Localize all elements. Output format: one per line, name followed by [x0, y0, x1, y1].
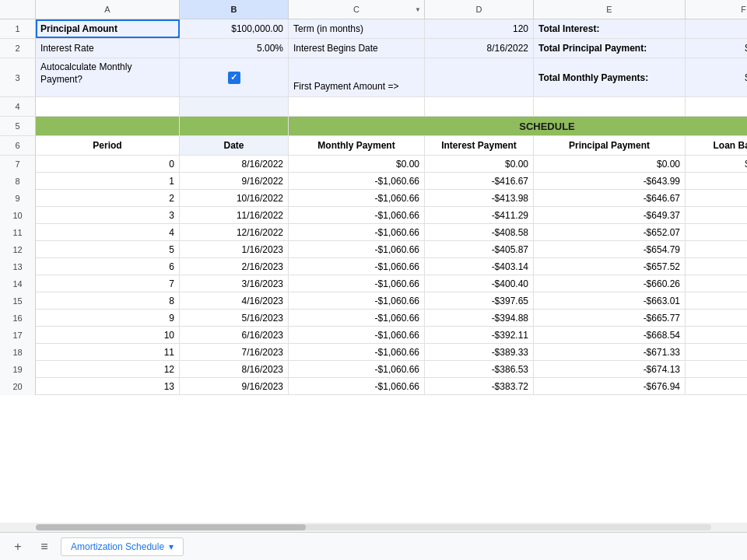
- cell-d-17[interactable]: -$392.11: [425, 327, 534, 343]
- cell-b-15[interactable]: 4/16/2023: [180, 292, 289, 309]
- cell-c-16[interactable]: -$1,060.66: [289, 310, 425, 326]
- cell-e-14[interactable]: -$660.26: [534, 275, 686, 292]
- cell-f-7[interactable]: $100,000.00: [686, 156, 747, 172]
- cell-c-13[interactable]: -$1,060.66: [289, 258, 425, 275]
- cell-f3[interactable]: $127,278.62: [686, 58, 747, 96]
- cell-e-12[interactable]: -$654.79: [534, 241, 686, 257]
- cell-e1[interactable]: Total Interest:: [534, 19, 686, 38]
- cell-c4[interactable]: [289, 97, 425, 116]
- cell-e3[interactable]: Total Monthly Payments:: [534, 58, 686, 96]
- cell-d6[interactable]: Interest Payment: [425, 136, 534, 155]
- cell-f-8[interactable]: $99,356.01: [686, 173, 747, 189]
- horizontal-scrollbar[interactable]: [0, 523, 747, 532]
- cell-b-18[interactable]: 7/16/2023: [180, 344, 289, 360]
- cell-a-20[interactable]: 13: [36, 378, 180, 394]
- cell-f-20[interactable]: $91,415.62: [686, 378, 747, 394]
- cell-f-17[interactable]: $93,438.02: [686, 327, 747, 343]
- cell-f-10[interactable]: $98,059.97: [686, 207, 747, 223]
- cell-a-14[interactable]: 7: [36, 275, 180, 292]
- cell-d-20[interactable]: -$383.72: [425, 378, 534, 394]
- cell-c-7[interactable]: $0.00: [289, 156, 425, 172]
- cell-d-10[interactable]: -$411.29: [425, 207, 534, 223]
- cell-c-10[interactable]: -$1,060.66: [289, 207, 425, 223]
- cell-b-17[interactable]: 6/16/2023: [180, 327, 289, 343]
- cell-d-14[interactable]: -$400.40: [425, 275, 534, 292]
- cell-f-15[interactable]: $94,772.33: [686, 292, 747, 309]
- cell-d-18[interactable]: -$389.33: [425, 344, 534, 360]
- col-header-d[interactable]: D: [425, 0, 534, 19]
- col-header-e[interactable]: E: [534, 0, 686, 19]
- cell-f-12[interactable]: $96,753.11: [686, 241, 747, 257]
- col-header-a[interactable]: A: [36, 0, 180, 19]
- cell-a2[interactable]: Interest Rate: [36, 39, 180, 58]
- cell-f6[interactable]: Loan Balance: [686, 136, 747, 155]
- cell-b-13[interactable]: 2/16/2023: [180, 258, 289, 275]
- cell-f1[interactable]: $27,278.62: [686, 19, 747, 38]
- cell-e-17[interactable]: -$668.54: [534, 327, 686, 343]
- cell-a-18[interactable]: 11: [36, 344, 180, 360]
- cell-b-7[interactable]: 8/16/2022: [180, 156, 289, 172]
- scrollbar-thumb[interactable]: [36, 524, 306, 530]
- cell-f-9[interactable]: $98,709.34: [686, 190, 747, 206]
- cell-e-19[interactable]: -$674.13: [534, 361, 686, 377]
- cell-d-8[interactable]: -$416.67: [425, 173, 534, 189]
- cell-b6[interactable]: Date: [180, 136, 289, 155]
- cell-b-14[interactable]: 3/16/2023: [180, 275, 289, 292]
- cell-d3[interactable]: [425, 58, 534, 96]
- cell-c-20[interactable]: -$1,060.66: [289, 378, 425, 394]
- cell-d-9[interactable]: -$413.98: [425, 190, 534, 206]
- cell-a5[interactable]: [36, 117, 180, 135]
- cell-b-8[interactable]: 9/16/2022: [180, 173, 289, 189]
- cell-a-17[interactable]: 10: [36, 327, 180, 343]
- cell-a-9[interactable]: 2: [36, 190, 180, 206]
- cell-d-16[interactable]: -$394.88: [425, 310, 534, 326]
- cell-d-15[interactable]: -$397.65: [425, 292, 534, 309]
- cell-e-10[interactable]: -$649.37: [534, 207, 686, 223]
- cell-e-11[interactable]: -$652.07: [534, 224, 686, 240]
- cell-c-18[interactable]: -$1,060.66: [289, 344, 425, 360]
- cell-e2[interactable]: Total Principal Payment:: [534, 39, 686, 58]
- cell-e-20[interactable]: -$676.94: [534, 378, 686, 394]
- cell-d2[interactable]: 8/16/2022: [425, 39, 534, 58]
- cell-a1[interactable]: Principal Amount: [36, 19, 180, 38]
- add-sheet-button[interactable]: +: [8, 537, 28, 557]
- cell-e-15[interactable]: -$663.01: [534, 292, 686, 309]
- cell-b1[interactable]: $100,000.00: [180, 19, 289, 38]
- cell-b-20[interactable]: 9/16/2023: [180, 378, 289, 394]
- cell-d-11[interactable]: -$408.58: [425, 224, 534, 240]
- cell-d-12[interactable]: -$405.87: [425, 241, 534, 257]
- col-header-f[interactable]: F: [686, 0, 747, 19]
- cell-a-19[interactable]: 12: [36, 361, 180, 377]
- cell-f-18[interactable]: $92,766.69: [686, 344, 747, 360]
- cell-b-19[interactable]: 8/16/2023: [180, 361, 289, 377]
- cell-c2[interactable]: Interest Begins Date: [289, 39, 425, 58]
- col-header-c[interactable]: C ▼: [289, 0, 425, 19]
- cell-a-15[interactable]: 8: [36, 292, 180, 309]
- cell-e-9[interactable]: -$646.67: [534, 190, 686, 206]
- cell-c-14[interactable]: -$1,060.66: [289, 275, 425, 292]
- cell-e-8[interactable]: -$643.99: [534, 173, 686, 189]
- col-header-b[interactable]: B: [180, 0, 289, 19]
- cell-b4[interactable]: [180, 97, 289, 116]
- resize-handle[interactable]: [177, 36, 180, 38]
- cell-d-7[interactable]: $0.00: [425, 156, 534, 172]
- cell-b-12[interactable]: 1/16/2023: [180, 241, 289, 257]
- cell-e4[interactable]: [534, 97, 686, 116]
- cell-f2[interactable]: $100,000.00: [686, 39, 747, 58]
- cell-f-11[interactable]: $97,407.90: [686, 224, 747, 240]
- cell-a3[interactable]: Autocalculate Monthly Payment?: [36, 58, 180, 96]
- cell-b5[interactable]: [180, 117, 289, 135]
- cell-a-12[interactable]: 5: [36, 241, 180, 257]
- cell-f-13[interactable]: $96,095.60: [686, 258, 747, 275]
- cell-b3[interactable]: [180, 58, 289, 96]
- cell-c6[interactable]: Monthly Payment: [289, 136, 425, 155]
- cell-c3[interactable]: First Payment Amount =>: [289, 58, 425, 96]
- menu-button[interactable]: ≡: [34, 537, 54, 557]
- cell-a4[interactable]: [36, 97, 180, 116]
- cell-f4[interactable]: [686, 97, 747, 116]
- sheet-tab-amortization[interactable]: Amortization Schedule ▾: [61, 537, 184, 556]
- cell-a6[interactable]: Period: [36, 136, 180, 155]
- cell-a-13[interactable]: 6: [36, 258, 180, 275]
- cell-a-8[interactable]: 1: [36, 173, 180, 189]
- cell-d4[interactable]: [425, 97, 534, 116]
